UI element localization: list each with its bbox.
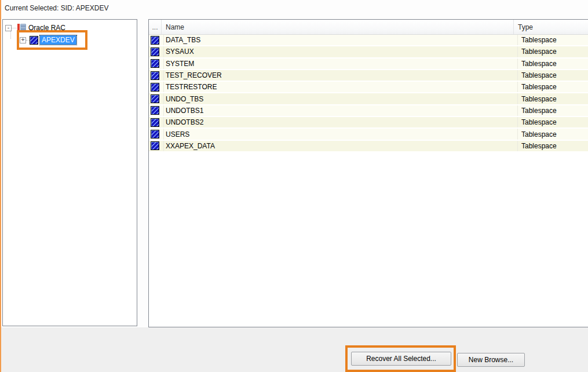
row-type: Tablespace bbox=[518, 82, 588, 92]
row-type: Tablespace bbox=[518, 46, 588, 57]
tablespace-icon bbox=[151, 118, 159, 127]
tablespace-icon bbox=[151, 141, 159, 150]
row-icon-cell[interactable] bbox=[149, 70, 164, 81]
row-name[interactable]: SYSAUX bbox=[164, 46, 518, 57]
table-row[interactable]: UNDOTBS1Tablespace bbox=[149, 105, 588, 117]
row-icon-cell[interactable] bbox=[149, 129, 164, 139]
row-icon-cell[interactable] bbox=[149, 35, 164, 45]
row-name[interactable]: USERS bbox=[164, 129, 518, 139]
table-row[interactable]: XXAPEX_DATATablespace bbox=[149, 141, 588, 152]
row-icon-cell[interactable] bbox=[149, 59, 164, 69]
column-header-type[interactable]: Type bbox=[514, 20, 588, 34]
tree-node-label-oracle-rac[interactable]: Oracle RAC bbox=[28, 24, 65, 32]
row-name[interactable]: UNDOTBS1 bbox=[164, 105, 518, 116]
tree-node-label-apexdev[interactable]: APEXDEV bbox=[40, 35, 76, 45]
row-name[interactable]: TESTRESTORE bbox=[164, 82, 518, 92]
tablespace-icon bbox=[151, 94, 159, 103]
row-icon-cell[interactable] bbox=[149, 82, 164, 92]
table-row[interactable]: SYSAUXTablespace bbox=[149, 46, 588, 58]
tablespace-icon bbox=[151, 83, 159, 92]
row-type: Tablespace bbox=[518, 105, 588, 116]
row-name[interactable]: DATA_TBS bbox=[164, 35, 518, 45]
row-type: Tablespace bbox=[518, 117, 588, 127]
expand-toggle-icon[interactable]: + bbox=[20, 37, 26, 43]
list-rows: DATA_TBSTablespaceSYSAUXTablespaceSYSTEM… bbox=[149, 35, 588, 152]
row-name[interactable]: UNDOTBS2 bbox=[164, 117, 518, 127]
column-header-name[interactable]: Name bbox=[162, 20, 514, 34]
row-type: Tablespace bbox=[518, 35, 588, 45]
row-type: Tablespace bbox=[518, 93, 588, 104]
row-name[interactable]: SYSTEM bbox=[164, 59, 518, 69]
row-icon-cell[interactable] bbox=[149, 105, 164, 116]
recover-all-selected-button[interactable]: Recover All Selected... bbox=[351, 352, 451, 366]
row-icon-cell[interactable] bbox=[149, 46, 164, 57]
tree-connector-line bbox=[12, 28, 17, 28]
table-row[interactable]: UNDOTBS2Tablespace bbox=[149, 117, 588, 129]
collapse-toggle-icon[interactable]: - bbox=[5, 25, 12, 31]
row-type: Tablespace bbox=[518, 59, 588, 69]
row-name[interactable]: UNDO_TBS bbox=[164, 93, 518, 104]
table-row[interactable]: DATA_TBSTablespace bbox=[149, 35, 588, 46]
current-selected-label: Current Selected: SID: APEXDEV bbox=[5, 4, 108, 12]
left-edge-annotation-line bbox=[0, 0, 1, 372]
table-row[interactable]: UNDO_TBSTablespace bbox=[149, 93, 588, 105]
table-row[interactable]: SYSTEMTablespace bbox=[149, 59, 588, 70]
table-row[interactable]: USERSTablespace bbox=[149, 129, 588, 140]
row-type: Tablespace bbox=[518, 141, 588, 151]
row-icon-cell[interactable] bbox=[149, 117, 164, 127]
tablespace-icon bbox=[151, 36, 159, 45]
tablespace-list-panel: ... Name Type DATA_TBSTablespaceSYSAUXTa… bbox=[148, 19, 588, 327]
row-type: Tablespace bbox=[518, 129, 588, 139]
list-header: ... Name Type bbox=[149, 20, 588, 35]
tree-node-apexdev[interactable]: + APEXDEV bbox=[5, 35, 76, 45]
tablespace-icon bbox=[151, 130, 159, 138]
row-name[interactable]: TEST_RECOVER bbox=[164, 70, 518, 81]
tree-node-oracle-rac[interactable]: - Oracle RAC bbox=[5, 23, 65, 33]
tree-panel: - Oracle RAC + APEXDEV bbox=[2, 19, 137, 326]
row-name[interactable]: XXAPEX_DATA bbox=[164, 141, 518, 151]
tablespace-icon bbox=[151, 48, 159, 56]
tablespace-icon bbox=[151, 106, 159, 115]
table-row[interactable]: TESTRESTORETablespace bbox=[149, 82, 588, 93]
tablespace-icon bbox=[151, 71, 159, 80]
row-type: Tablespace bbox=[518, 70, 588, 81]
table-row[interactable]: TEST_RECOVERTablespace bbox=[149, 70, 588, 82]
row-icon-cell[interactable] bbox=[149, 93, 164, 104]
row-icon-cell[interactable] bbox=[149, 141, 164, 151]
oracle-rac-icon bbox=[17, 23, 27, 32]
new-browse-button[interactable]: New Browse... bbox=[457, 353, 525, 367]
tablespace-icon bbox=[151, 59, 159, 68]
tablespace-icon bbox=[30, 36, 38, 45]
column-header-select[interactable]: ... bbox=[149, 20, 162, 34]
